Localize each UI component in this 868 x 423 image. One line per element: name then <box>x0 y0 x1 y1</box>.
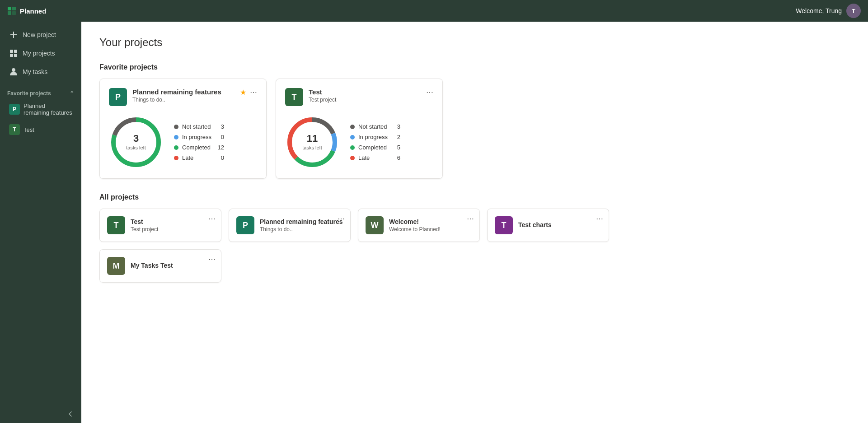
proj-more-mytasks[interactable]: ⋯ <box>208 255 216 264</box>
my-tasks-label: My tasks <box>23 68 47 75</box>
legend-test-dot-inprogress <box>350 135 355 139</box>
fav-card-test-chart: 11 tasks left Not started 3 In progress … <box>285 115 433 169</box>
donut-planned-sub: tasks left <box>126 144 145 151</box>
legend-planned-completed: Completed 12 <box>174 144 224 151</box>
proj-name-planned: Planned remaining features <box>260 218 343 225</box>
proj-more-testcharts[interactable]: ⋯ <box>596 214 603 223</box>
svg-point-10 <box>12 68 15 72</box>
proj-name-testcharts: Test charts <box>518 221 601 228</box>
favorite-cards-row: P Planned remaining features Things to d… <box>99 79 850 179</box>
proj-info-planned: Planned remaining features Things to do.… <box>260 218 343 232</box>
all-projects-row-2: M My Tasks Test ⋯ <box>99 249 850 283</box>
app-logo-icon <box>7 6 16 15</box>
proj-name-welcome: Welcome! <box>389 218 472 225</box>
sidebar-collapse-button[interactable] <box>0 405 81 423</box>
person-icon <box>9 67 18 76</box>
proj-name-test: Test <box>131 218 214 225</box>
svg-rect-8 <box>10 54 13 57</box>
legend-test-notstarted: Not started 3 <box>350 123 400 130</box>
more-icon[interactable]: ⋯ <box>250 88 257 97</box>
user-avatar[interactable]: T <box>846 4 861 18</box>
legend-test-label-inprogress: In progress <box>358 134 388 140</box>
legend-dot-completed <box>174 145 178 150</box>
legend-planned-late: Late 0 <box>174 154 224 161</box>
proj-card-mytasks[interactable]: M My Tasks Test ⋯ <box>99 249 221 283</box>
topbar-right: Welcome, Trung T <box>796 4 861 18</box>
legend-test-completed: Completed 5 <box>350 144 400 151</box>
topbar: Planned Welcome, Trung T <box>0 0 868 22</box>
main-content: Your projects Favorite projects P Planne… <box>81 22 868 423</box>
proj-info-welcome: Welcome! Welcome to Planned! <box>389 218 472 232</box>
fav-card-planned-header: P Planned remaining features Things to d… <box>109 88 257 106</box>
fav-card-planned-chart: 3 tasks left Not started 3 In progress 0 <box>109 115 257 169</box>
legend-planned-notstarted: Not started 3 <box>174 123 224 130</box>
proj-card-test[interactable]: T Test Test project ⋯ <box>99 209 221 242</box>
legend-test-label-completed: Completed <box>358 144 387 151</box>
legend-label-inprogress: In progress <box>182 134 211 140</box>
legend-count-notstarted: 3 <box>215 123 224 130</box>
proj-badge-mytasks: M <box>107 257 125 275</box>
legend-test-label-late: Late <box>358 154 370 161</box>
test-badge: T <box>9 124 20 135</box>
more-icon-test[interactable]: ⋯ <box>426 88 433 97</box>
proj-more-welcome[interactable]: ⋯ <box>467 214 474 223</box>
legend-test-count-completed: 5 <box>391 144 400 151</box>
fav-card-test-actions: ⋯ <box>426 88 433 97</box>
fav-card-test-header: T Test Test project ⋯ <box>285 88 433 106</box>
proj-sub-planned: Things to do.. <box>260 226 343 232</box>
proj-sub-welcome: Welcome to Planned! <box>389 226 472 232</box>
fav-card-test-sub: Test project <box>309 97 421 103</box>
legend-test-inprogress: In progress 2 <box>350 134 400 140</box>
svg-rect-0 <box>8 7 11 10</box>
proj-sub-test: Test project <box>131 226 214 232</box>
legend-label-completed: Completed <box>182 144 211 151</box>
star-icon[interactable]: ★ <box>240 88 246 97</box>
sidebar-item-my-projects[interactable]: My projects <box>2 44 80 62</box>
chevron-left-icon <box>67 410 74 418</box>
legend-test-count-inprogress: 2 <box>391 134 400 140</box>
sidebar-item-test[interactable]: T Test <box>2 121 80 139</box>
fav-card-test-name: Test <box>309 88 421 96</box>
legend-dot-notstarted <box>174 125 178 129</box>
fav-card-planned-name: Planned remaining features <box>132 88 235 96</box>
legend-label-late: Late <box>182 154 193 161</box>
fav-card-planned[interactable]: P Planned remaining features Things to d… <box>99 79 267 179</box>
legend-planned-inprogress: In progress 0 <box>174 134 224 140</box>
proj-info-mytasks: My Tasks Test <box>131 262 214 270</box>
proj-info-test: Test Test project <box>131 218 214 232</box>
sidebar-item-new-project[interactable]: New project <box>2 26 80 44</box>
fav-card-planned-sub: Things to do.. <box>132 97 235 103</box>
legend-count-inprogress: 0 <box>215 134 224 140</box>
proj-card-testcharts[interactable]: T Test charts ⋯ <box>487 209 609 242</box>
legend-planned: Not started 3 In progress 0 Completed 12 <box>174 123 224 161</box>
svg-rect-2 <box>8 11 11 15</box>
svg-rect-9 <box>14 54 17 57</box>
legend-test-dot-late <box>350 156 355 160</box>
fav-card-planned-badge: P <box>109 88 127 106</box>
topbar-left: Planned <box>7 6 46 15</box>
sidebar-item-my-tasks[interactable]: My tasks <box>2 63 80 81</box>
fav-card-test-badge: T <box>285 88 303 106</box>
fav-card-planned-info: Planned remaining features Things to do.… <box>132 88 235 103</box>
favorite-section-title: Favorite projects <box>99 63 850 71</box>
legend-test-label-notstarted: Not started <box>358 123 387 130</box>
proj-badge-planned: P <box>236 216 254 234</box>
proj-more-test[interactable]: ⋯ <box>208 214 216 223</box>
app-title: Planned <box>20 7 46 15</box>
donut-planned-num: 3 <box>126 134 145 144</box>
proj-card-planned[interactable]: P Planned remaining features Things to d… <box>229 209 351 242</box>
sidebar-item-planned[interactable]: P Planned remaining features <box>2 99 80 120</box>
donut-planned-label: 3 tasks left <box>126 134 145 151</box>
proj-card-welcome[interactable]: W Welcome! Welcome to Planned! ⋯ <box>358 209 480 242</box>
all-section-title: All projects <box>99 193 850 201</box>
donut-test-sub: tasks left <box>302 144 322 151</box>
grid-icon <box>9 49 18 58</box>
fav-card-test[interactable]: T Test Test project ⋯ <box>276 79 443 179</box>
donut-planned: 3 tasks left <box>109 115 163 169</box>
proj-more-planned[interactable]: ⋯ <box>338 214 345 223</box>
chevron-up-icon[interactable]: ⌃ <box>70 90 74 97</box>
legend-test: Not started 3 In progress 2 Completed 5 <box>350 123 400 161</box>
page-title: Your projects <box>99 36 850 49</box>
plus-icon <box>9 30 18 39</box>
planned-badge: P <box>9 104 20 115</box>
